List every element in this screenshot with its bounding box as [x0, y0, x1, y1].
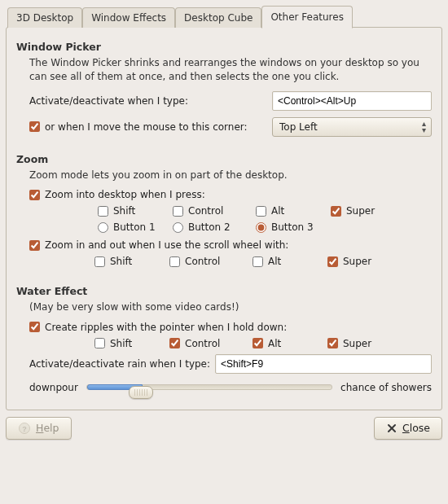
tab-panel-other-features: Window Picker The Window Picker shrinks … — [6, 27, 442, 410]
zoom-mod-super[interactable] — [331, 206, 341, 217]
water-ripples-label: Create ripples with the pointer when I h… — [45, 322, 287, 333]
zoom-scroll-check[interactable] — [29, 240, 40, 251]
help-button-mnemonic: H — [36, 422, 43, 434]
zoom-scroll-super[interactable] — [327, 256, 338, 267]
water-mod-super[interactable] — [327, 338, 338, 348]
mod-label: Super — [343, 256, 371, 267]
wp-corner-check[interactable] — [29, 121, 40, 132]
zoom-scroll-control[interactable] — [169, 256, 180, 267]
tab-3d-desktop[interactable]: 3D Desktop — [7, 7, 82, 28]
wp-corner-combo[interactable]: Top Left ▴▾ — [272, 117, 432, 137]
tab-bar: 3D Desktop Window Effects Desktop Cube O… — [7, 5, 442, 27]
zoom-mod-alt[interactable] — [256, 206, 266, 217]
section-title-water: Water Effect — [16, 285, 432, 297]
zoom-mod-control[interactable] — [173, 206, 183, 217]
mod-label: Super — [343, 338, 371, 349]
water-rain-entry[interactable] — [215, 354, 432, 374]
mod-label: Control — [188, 205, 223, 217]
radio-label: Button 3 — [271, 221, 314, 233]
rain-slider[interactable] — [86, 380, 332, 395]
slider-label-right: chance of showers — [340, 382, 432, 393]
water-mod-control[interactable] — [169, 338, 180, 348]
mod-label: Shift — [113, 205, 135, 217]
mod-label: Super — [346, 205, 375, 217]
mod-label: Alt — [271, 205, 284, 217]
wp-activate-label: Activate/deactivate when I type: — [29, 95, 267, 107]
mod-label: Shift — [110, 338, 132, 349]
tab-label: Window Effects — [91, 12, 166, 24]
radio-label: Button 2 — [188, 221, 231, 233]
water-note: (May be very slow with some video cards!… — [29, 300, 432, 314]
help-button-rest: elp — [43, 422, 59, 434]
wp-corner-value: Top Left — [279, 121, 318, 133]
close-button-rest: lose — [410, 422, 430, 434]
zoom-button-2[interactable] — [173, 222, 183, 233]
mod-label: Alt — [268, 338, 281, 349]
tab-label: Other Features — [270, 11, 343, 23]
zoom-scroll-label: Zoom in and out when I use the scroll wh… — [45, 239, 288, 251]
close-icon — [386, 423, 397, 434]
wp-activate-entry[interactable] — [272, 91, 432, 111]
section-title-zoom: Zoom — [16, 153, 432, 165]
slider-label-left: downpour — [29, 382, 78, 393]
water-rain-label: Activate/deactivate rain when I type: — [29, 358, 210, 370]
tab-label: 3D Desktop — [16, 12, 73, 24]
combo-spin-icon: ▴▾ — [422, 121, 426, 134]
zoom-description: Zoom mode lets you zoom in on part of th… — [29, 169, 432, 182]
mod-label: Alt — [268, 256, 281, 267]
tab-label: Desktop Cube — [184, 12, 253, 24]
svg-text:?: ? — [22, 424, 27, 432]
tab-desktop-cube[interactable]: Desktop Cube — [175, 7, 261, 28]
zoom-mod-shift[interactable] — [98, 206, 108, 217]
water-ripples-check[interactable] — [29, 322, 40, 332]
tab-window-effects[interactable]: Window Effects — [82, 7, 175, 28]
tab-other-features[interactable]: Other Features — [261, 6, 352, 28]
water-mod-shift[interactable] — [94, 338, 105, 348]
mod-label: Control — [185, 256, 220, 267]
mod-label: Control — [185, 338, 220, 349]
section-title-window-picker: Window Picker — [16, 41, 432, 53]
help-button[interactable]: ? Help — [6, 417, 72, 440]
radio-label: Button 1 — [113, 221, 156, 233]
window-picker-description: The Window Picker shrinks and rearranges… — [29, 56, 432, 85]
zoom-button-1[interactable] — [98, 222, 108, 233]
close-button[interactable]: Close — [374, 417, 442, 440]
zoom-scroll-shift[interactable] — [94, 256, 105, 267]
zoom-into-check[interactable] — [29, 190, 40, 200]
help-icon: ? — [18, 422, 31, 435]
close-button-mnemonic: C — [402, 422, 410, 434]
zoom-scroll-alt[interactable] — [253, 256, 263, 267]
zoom-into-label: Zoom into desktop when I press: — [45, 189, 205, 200]
wp-corner-label: or when I move the mouse to this corner: — [45, 121, 267, 133]
water-mod-alt[interactable] — [253, 338, 263, 348]
zoom-button-3[interactable] — [256, 222, 266, 233]
mod-label: Shift — [110, 256, 132, 267]
